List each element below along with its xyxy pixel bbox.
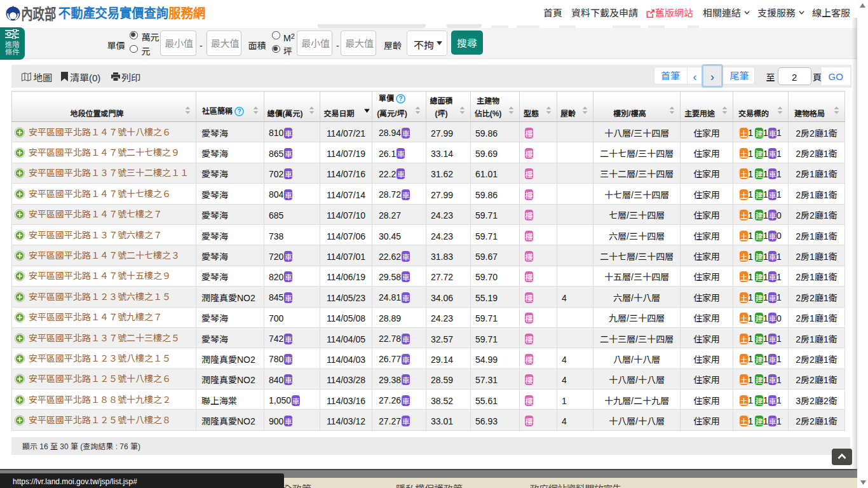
svg-text:?: ? [237,108,241,115]
svg-text:?: ? [398,95,402,102]
